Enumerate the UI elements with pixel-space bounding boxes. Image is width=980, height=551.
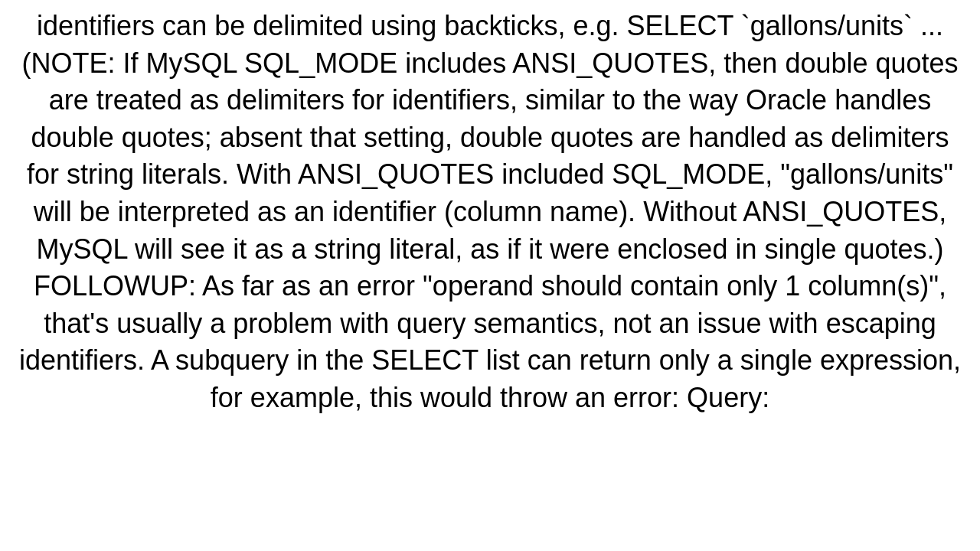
main-content: identifiers can be delimited using backt… xyxy=(0,0,980,551)
explanation-text: identifiers can be delimited using backt… xyxy=(15,8,965,417)
